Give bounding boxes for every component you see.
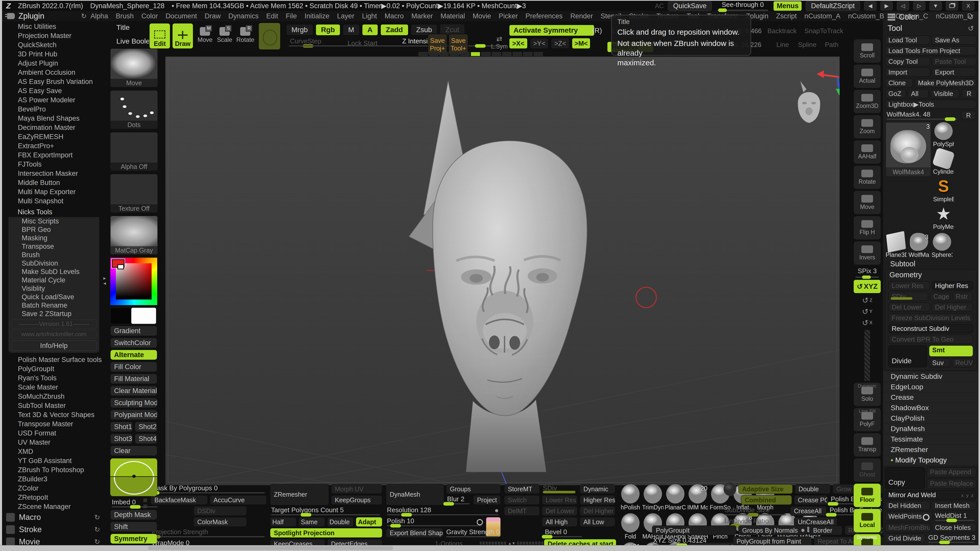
tool-button[interactable]: Paste Tool [932,57,977,66]
zplugin-menu-item[interactable]: ZBuilder3 [2,475,107,484]
zplugin-menu-item[interactable]: PolyGroupIt [2,364,107,373]
bottom-button[interactable]: Double [327,517,354,527]
quicksave-button[interactable]: QuickSave [668,1,712,11]
menu-item[interactable]: Light [358,11,381,21]
tool-button[interactable]: Clone [885,78,913,87]
bottom-button[interactable]: Adapt [356,517,382,527]
paint-mode-button[interactable]: M [342,24,360,36]
tray-thumbnail[interactable]: Texture Off [110,174,158,213]
tray-thumbnail[interactable]: Dots [110,90,158,129]
project-button[interactable]: Project [473,495,501,505]
symmetry-axis-button[interactable]: >M< [572,38,590,49]
imbed-slider[interactable]: Imbed 0 [111,498,160,508]
see-through-handle[interactable] [718,8,727,12]
snaptotrack-button[interactable]: SnapToTrack [804,27,843,35]
collapsed-section-header[interactable]: ShadowBox [883,403,978,413]
tool-button[interactable]: Copy Tool [885,57,930,66]
nav-button[interactable]: Actual [853,64,881,88]
zplugin-menu-item[interactable]: ExtractPro+ [2,141,107,151]
gd-segments-slider[interactable]: GD Segments 3 [927,534,977,543]
tool-button[interactable]: Load Tools From Project [885,46,977,56]
tool-thumbnail[interactable]: 3 WolfMas [908,233,929,259]
zplugin-menu-item[interactable]: Scale Master [2,383,107,392]
menus-toggle-button[interactable]: Menus [773,1,802,11]
local-symmetry-button[interactable]: ⇄ L.Sym [491,35,508,50]
bottom-button[interactable]: Half [270,517,297,527]
nav-button[interactable]: Transp [853,433,881,457]
topology-button[interactable]: Del Hidden [885,501,930,510]
shot-button[interactable]: Shot1 [110,422,133,432]
nicks-tools-item[interactable]: Batch Rename [8,301,99,310]
tool-thumbnail[interactable]: Plane3D [886,233,907,259]
tray-thumbnail[interactable]: MatCap Gray [110,216,158,254]
tray-button[interactable]: Fill Material [110,374,157,384]
color-picker-cursor[interactable] [118,264,124,269]
zplugin-menu-item[interactable]: Text 3D & Vector Shapes [2,410,107,419]
axis-rotate-button[interactable]: ↺Z [852,295,883,306]
zremesher-button[interactable]: ZRemesher [270,484,329,505]
nicks-tools-item[interactable]: Quick Load/Save [8,293,99,301]
tool-thumbnail[interactable]: ★ PolyMes [933,205,954,231]
menu-item[interactable]: Movie [469,11,495,21]
collapsed-section-header[interactable]: ZRemesher [883,445,978,455]
palette-refresh-icon[interactable]: ↻ [81,12,87,20]
tool-r-button[interactable]: R [961,111,976,120]
axis-mini-icons[interactable]: x y z [961,491,974,499]
zplugin-menu-item[interactable]: Ambient Occlusion [2,68,107,77]
rotate-mode-button[interactable]: R Rotate [236,27,255,43]
brush-thumbnail[interactable]: PlanarC [665,484,686,513]
zplugin-menu-item[interactable]: Misc Utilities [2,22,107,31]
combined-toggle[interactable]: Combined [741,495,792,505]
tool-thumbnail[interactable]: PolySph [933,122,954,148]
mask-by-polygroups-slider[interactable]: Mask By Polygroups 0 [151,484,267,494]
tool-thumbnail[interactable]: S SimpleB [933,177,954,203]
tray-button[interactable]: Fill Color [110,362,157,372]
palette-row[interactable]: Macro ↻ [2,511,107,524]
topology-button[interactable]: Insert Mesh [932,501,977,510]
menu-item[interactable]: nCustom_C [888,11,932,21]
title-drag-handle[interactable]: Title [116,24,130,32]
move-mode-button[interactable]: M Move [197,27,213,43]
nav-button[interactable]: Dynamic Solo [853,383,881,407]
geometry-button[interactable]: Cage [930,292,951,301]
modify-topology-header[interactable]: •Modify Topology [883,455,978,465]
menu-item[interactable]: Color [138,11,162,21]
mirror-and-weld-button[interactable]: Mirror And Weldx y z [885,490,977,499]
palette-refresh-icon[interactable]: ↻ [94,538,100,546]
tray-button[interactable]: Sculpting Mode [110,398,157,408]
symmetry-button[interactable]: Symmetry [110,534,157,544]
activate-symmetry-button[interactable]: Activate Symmetry [509,24,595,36]
menu-item[interactable]: Brush [112,11,138,21]
bottom-scroll-handle[interactable] [148,546,393,550]
nicks-tools-item[interactable]: BPR Geo [8,225,99,234]
weldpoints-button[interactable]: WeldPoints [885,512,932,521]
shelf-right-arrow-icon[interactable]: ▶ [880,1,893,11]
palette-refresh-icon[interactable]: ↻ [94,526,100,534]
geometry-button[interactable]: Rstr [953,292,973,301]
topology-button[interactable]: Close Holes [932,523,977,532]
subdivide-size-slider[interactable]: SubDivide Size [724,506,788,516]
brush-preview[interactable] [258,22,281,50]
tray-button[interactable]: Clear Material [110,386,157,396]
zplugin-menu-item[interactable]: BevelPro [2,105,107,114]
zplugin-menu-item[interactable]: Multi Snapshot [2,197,107,206]
tool-button[interactable]: GoZ [885,89,906,98]
geometry-button[interactable]: Reconstruct Subdiv [888,324,973,333]
nicks-tools-header[interactable]: Nicks Tools [8,207,99,217]
subtool-section-header[interactable]: Subtool [883,259,978,268]
spotlight-projection-button[interactable]: Spotlight Projection [270,528,382,538]
paint-mode-button[interactable]: Zadd [380,24,409,36]
shot-button[interactable]: Shot2 [135,422,157,432]
polygroupit-button[interactable]: PolyGroupIt [652,526,736,535]
zplugin-menu-item[interactable]: Multi Map Exporter [2,187,107,197]
tray-button[interactable]: Alternate [110,350,157,360]
tool-thumbnail[interactable]: Sphere3 [932,233,953,259]
morph-uv-button[interactable]: Morph UV [331,484,382,494]
shelf-tab-strip[interactable] [418,52,543,56]
symmetry-axis-button[interactable]: >Y< [530,38,549,49]
collapsed-section-header[interactable]: Crease [883,392,978,403]
target-polygons-slider[interactable]: Target Polygons Count 5 [270,506,382,516]
zplugin-menu-item[interactable]: SubTool Master [2,401,107,410]
scale-mode-button[interactable]: S Scale [217,27,232,43]
dsdiv-button[interactable]: DSDiv [193,506,247,516]
